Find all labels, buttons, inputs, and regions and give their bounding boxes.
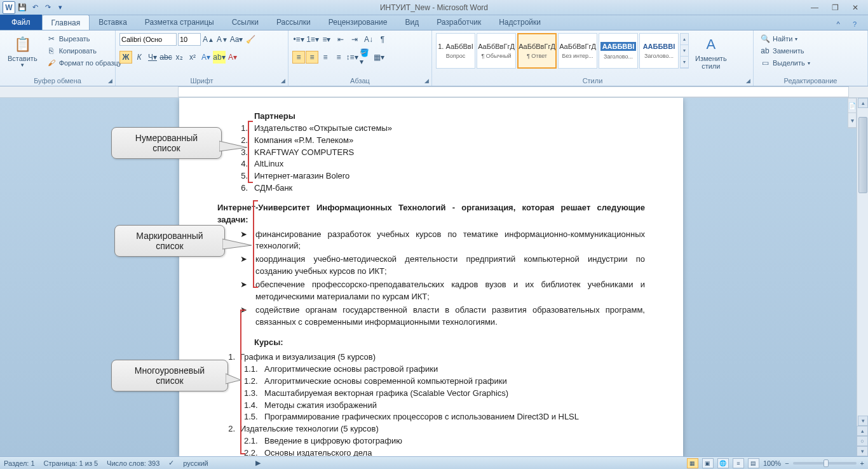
change-case-button[interactable]: Aa▾ xyxy=(230,33,243,46)
side-panel-item[interactable]: ▾ xyxy=(848,113,856,128)
view-print-layout[interactable]: ▦ xyxy=(687,458,698,468)
paste-button[interactable]: 📋 Вставить ▼ xyxy=(4,33,41,69)
tab-insert[interactable]: Вставка xyxy=(90,15,136,30)
file-tab[interactable]: Файл xyxy=(0,15,42,30)
status-words[interactable]: Число слов: 393 xyxy=(107,459,159,467)
show-marks-button[interactable]: ¶ xyxy=(376,33,389,46)
word-icon[interactable]: W xyxy=(3,1,15,14)
restore-button[interactable]: ❐ xyxy=(829,3,841,13)
style-item[interactable]: ААББВВІЗаголово... xyxy=(639,33,679,69)
zoom-thumb[interactable] xyxy=(824,459,829,467)
horizontal-ruler[interactable] xyxy=(178,86,849,97)
view-outline[interactable]: ≡ xyxy=(733,458,744,468)
redo-icon[interactable]: ↷ xyxy=(42,2,53,13)
superscript-button[interactable]: x² xyxy=(186,51,199,64)
vertical-scrollbar[interactable]: ▴ ▾ ▴ ○ ▾ xyxy=(857,98,868,456)
clipboard-dialog-launcher[interactable]: ◢ xyxy=(106,77,114,85)
align-right-button[interactable]: ≡ xyxy=(319,51,332,64)
status-page[interactable]: Страница: 1 из 5 xyxy=(44,459,98,467)
browse-object-button[interactable]: ○ xyxy=(857,436,868,446)
italic-button[interactable]: К xyxy=(133,51,146,64)
style-item[interactable]: 1. АаБбВвІВопрос xyxy=(436,33,475,69)
tab-references[interactable]: Ссылки xyxy=(223,15,268,30)
indent-dec-button[interactable]: ⇤ xyxy=(334,33,347,46)
tab-developer[interactable]: Разработчик xyxy=(428,15,490,30)
qat-dropdown-icon[interactable]: ▾ xyxy=(55,2,66,13)
view-fullscreen[interactable]: ▣ xyxy=(702,458,714,468)
view-web[interactable]: 🌐 xyxy=(717,458,729,468)
minimize-ribbon-icon[interactable]: ^ xyxy=(832,18,844,30)
minimize-button[interactable]: — xyxy=(808,3,821,13)
tab-home[interactable]: Главная xyxy=(42,15,90,30)
next-page-button[interactable]: ▾ xyxy=(857,446,868,456)
side-panel-item[interactable]: 📄 xyxy=(848,99,856,113)
change-styles-button[interactable]: A Изменить стили xyxy=(691,33,731,71)
font-dialog-launcher[interactable]: ◢ xyxy=(279,77,287,85)
ribbon-tabs: Файл Главная Вставка Разметка страницы С… xyxy=(0,15,868,31)
status-section[interactable]: Раздел: 1 xyxy=(4,459,35,467)
help-icon[interactable]: ? xyxy=(849,18,860,30)
numbered-list: 1.Издательство «Открытые системы» 2.Комп… xyxy=(236,123,645,194)
styles-dialog-launcher[interactable]: ◢ xyxy=(744,77,752,85)
subscript-button[interactable]: x₂ xyxy=(173,51,186,64)
replace-button[interactable]: abЗаменить xyxy=(757,45,813,57)
bold-button[interactable]: Ж xyxy=(119,51,132,64)
save-icon[interactable]: 💾 xyxy=(17,2,28,13)
borders-button[interactable]: ▦▾ xyxy=(372,51,385,64)
copy-button[interactable]: ⎘Копировать xyxy=(44,45,125,57)
strike-button[interactable]: abc xyxy=(159,51,172,64)
highlight-button[interactable]: ab▾ xyxy=(213,51,226,64)
cut-button[interactable]: ✂Вырезать xyxy=(44,33,125,44)
bullets-button[interactable]: •≡▾ xyxy=(292,33,305,46)
window-title: ИНТУИТ_New - Microsoft Word xyxy=(380,3,488,12)
align-left-button[interactable]: ≡ xyxy=(292,51,305,64)
zoom-out-button[interactable]: − xyxy=(785,459,789,467)
text-effects-button[interactable]: A▾ xyxy=(200,51,212,64)
font-name-combo[interactable] xyxy=(119,33,177,46)
sort-button[interactable]: A↓ xyxy=(362,33,375,46)
tab-mailings[interactable]: Рассылки xyxy=(268,15,320,30)
align-center-button[interactable]: ≡ xyxy=(306,51,318,64)
close-button[interactable]: ✕ xyxy=(849,3,862,13)
clear-format-button[interactable]: 🧹 xyxy=(244,33,257,46)
format-painter-button[interactable]: 🖌Формат по образцу xyxy=(44,57,125,69)
style-item[interactable]: АаБбВвГгДБез интер... xyxy=(558,33,597,69)
numbering-button[interactable]: 1≡▾ xyxy=(306,33,319,46)
status-macro-icon[interactable]: ▶ xyxy=(255,459,261,467)
font-color-button[interactable]: A▾ xyxy=(226,51,239,64)
font-size-combo[interactable] xyxy=(178,33,201,46)
find-button[interactable]: 🔍Найти▾ xyxy=(757,33,813,44)
zoom-in-button[interactable]: + xyxy=(860,459,864,467)
paragraph-dialog-launcher[interactable]: ◢ xyxy=(423,77,430,85)
style-item[interactable]: ААББВВІЗаголово... xyxy=(599,33,638,69)
group-styles: 1. АаБбВвІВопрос АаБбВвГгД¶ Обычный АаБб… xyxy=(432,31,754,86)
prev-page-button[interactable]: ▴ xyxy=(857,426,868,436)
tab-layout[interactable]: Разметка страницы xyxy=(136,15,223,30)
status-proof-icon[interactable]: ✓ xyxy=(168,459,174,467)
view-draft[interactable]: ▤ xyxy=(748,458,759,468)
status-language[interactable]: русский xyxy=(183,459,208,467)
replace-icon: ab xyxy=(760,46,770,56)
multilevel-button[interactable]: ≡▾ xyxy=(320,33,333,46)
underline-button[interactable]: Ч▾ xyxy=(146,51,159,64)
scroll-down-button[interactable]: ▾ xyxy=(858,416,868,426)
indent-inc-button[interactable]: ⇥ xyxy=(348,33,361,46)
grow-font-button[interactable]: A▲ xyxy=(202,33,215,46)
tab-review[interactable]: Рецензирование xyxy=(320,15,397,30)
align-justify-button[interactable]: ≡ xyxy=(332,51,345,64)
scroll-up-button[interactable]: ▴ xyxy=(858,98,868,108)
tab-addins[interactable]: Надстройки xyxy=(490,15,550,30)
line-spacing-button[interactable]: ↕≡▾ xyxy=(346,51,358,64)
scissors-icon: ✂ xyxy=(46,34,57,44)
shading-button[interactable]: 🪣▾ xyxy=(359,51,372,64)
styles-scroll[interactable]: ▴▾▾ xyxy=(680,33,689,69)
undo-icon[interactable]: ↶ xyxy=(29,2,41,13)
shrink-font-button[interactable]: A▼ xyxy=(216,33,229,46)
tab-view[interactable]: Вид xyxy=(396,15,428,30)
scroll-thumb[interactable] xyxy=(858,117,867,193)
style-item[interactable]: АаБбВвГгД¶ Обычный xyxy=(477,33,516,69)
style-item[interactable]: АаБбВвГгД¶ Ответ xyxy=(517,33,557,69)
zoom-level[interactable]: 100% xyxy=(763,459,781,467)
select-button[interactable]: ▭Выделить▾ xyxy=(757,57,813,69)
zoom-slider[interactable] xyxy=(793,462,857,465)
